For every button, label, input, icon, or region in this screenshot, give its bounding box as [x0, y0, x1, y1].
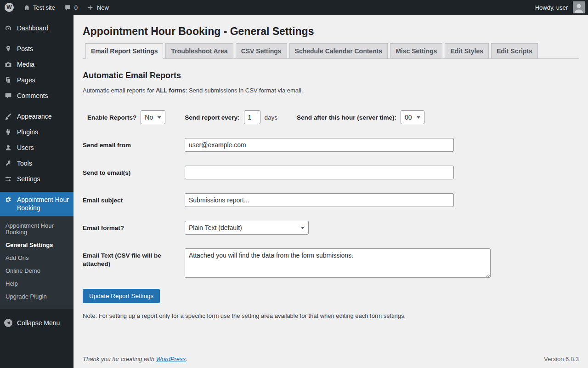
email-subject-label: Email subject [83, 193, 185, 207]
sidebar-item-label: Comments [17, 92, 48, 100]
plugins-icon [4, 128, 13, 136]
submenu-item-help[interactable]: Help [0, 277, 74, 290]
tab-troubleshoot-area[interactable]: Troubleshoot Area [165, 43, 233, 59]
update-report-settings-button[interactable]: Update Report Settings [83, 289, 160, 303]
email-text-textarea[interactable]: Attached you will find the data from the… [185, 248, 491, 278]
home-icon [23, 4, 30, 11]
posts-icon [4, 45, 13, 53]
sidebar-item-label: Plugins [17, 128, 38, 136]
report-hour-select[interactable]: 00 [401, 110, 424, 124]
new-label: New [97, 4, 109, 11]
appointment-submenu: Appointment Hour Booking General Setting… [0, 216, 74, 309]
tab-email-report-settings[interactable]: Email Report Settings [85, 43, 163, 59]
section-title: Automatic Email Reports [83, 71, 579, 80]
email-format-select[interactable]: Plain Text (default) [185, 221, 309, 235]
send-from-input[interactable] [185, 138, 454, 152]
submenu-item-online-demo[interactable]: Online Demo [0, 264, 74, 277]
sidebar-item-label: Posts [17, 45, 33, 53]
comment-count: 0 [74, 4, 78, 11]
sidebar-item-plugins[interactable]: Plugins [0, 124, 74, 140]
wordpress-logo-icon: W [5, 3, 14, 12]
enable-reports-label: Enable Reports? [87, 114, 136, 121]
send-to-label: Send to email(s) [83, 166, 185, 179]
sidebar-item-label: Pages [17, 76, 35, 84]
report-interval-input[interactable] [244, 110, 260, 124]
send-to-input[interactable] [185, 166, 454, 179]
collapse-menu-label: Collapse Menu [17, 319, 60, 327]
sidebar-item-dashboard[interactable]: Dashboard [0, 20, 74, 36]
sidebar-item-pages[interactable]: Pages [0, 72, 74, 88]
menu-separator [0, 36, 74, 41]
howdy-user-menu[interactable]: Howdy, user [534, 4, 569, 11]
admin-menu: Dashboard Posts Media Pages Comments App… [0, 15, 74, 368]
footer-version: Version 6.8.3 [544, 356, 579, 362]
tools-icon [4, 159, 13, 167]
sidebar-item-label: Dashboard [17, 24, 49, 32]
footer-thanks: Thank you for creating with WordPress. [83, 356, 187, 362]
main-content: Appointment Hour Booking - General Setti… [74, 15, 588, 368]
media-icon [4, 60, 13, 69]
send-from-label: Send email from [83, 138, 185, 152]
collapse-arrow-icon: ◀ [4, 319, 13, 327]
howdy-text: Howdy, user [535, 4, 568, 11]
new-content-menu[interactable]: New [82, 0, 113, 15]
tab-csv-settings[interactable]: CSV Settings [236, 43, 287, 59]
sidebar-item-label: Settings [17, 175, 40, 183]
sidebar-item-label: Tools [17, 159, 32, 167]
report-schedule-row: Enable Reports? No Send report every: da… [83, 110, 579, 124]
email-text-row: Email Text (CSV file will be attached) A… [83, 248, 579, 278]
comments-shortcut[interactable]: 0 [60, 0, 82, 15]
email-subject-input[interactable] [185, 193, 454, 207]
tab-edit-styles[interactable]: Edit Styles [445, 43, 489, 59]
users-icon [4, 144, 13, 152]
email-format-row: Email format? Plain Text (default) [83, 221, 579, 235]
page-title: Appointment Hour Booking - General Setti… [83, 21, 579, 40]
submenu-item-appointment-hour-booking[interactable]: Appointment Hour Booking [0, 219, 74, 239]
sidebar-item-appointment-hour-booking[interactable]: Appointment Hour Booking [0, 192, 74, 216]
send-to-row: Send to email(s) [83, 166, 579, 179]
sidebar-item-label: Appearance [17, 112, 52, 121]
report-hour-label: Send after this hour (server time): [297, 114, 396, 121]
site-name-link[interactable]: Test site [18, 0, 60, 15]
tab-schedule-calendar-contents[interactable]: Schedule Calendar Contents [289, 43, 388, 59]
comment-bubble-icon [64, 4, 72, 11]
settings-icon [4, 175, 13, 183]
submenu-item-add-ons[interactable]: Add Ons [0, 252, 74, 264]
enable-reports-select[interactable]: No [141, 110, 165, 124]
email-subject-row: Email subject [83, 193, 579, 207]
user-avatar[interactable] [573, 1, 585, 13]
appearance-icon [4, 112, 13, 121]
intro-text: Automatic email reports for ALL forms: S… [83, 87, 579, 94]
note-text: Note: For setting up a report only for a… [83, 312, 579, 319]
sidebar-item-appearance[interactable]: Appearance [0, 109, 74, 124]
sidebar-item-tools[interactable]: Tools [0, 155, 74, 171]
plus-icon [87, 4, 94, 11]
report-interval-label: Send report every: [185, 114, 239, 121]
tab-misc-settings[interactable]: Misc Settings [390, 43, 442, 59]
wordpress-logo-menu[interactable]: W [0, 0, 18, 15]
sidebar-item-users[interactable]: Users [0, 140, 74, 155]
dashboard-icon [4, 24, 13, 32]
site-name-label: Test site [33, 4, 55, 11]
days-suffix: days [265, 114, 278, 121]
submit-row: Update Report Settings [83, 289, 579, 303]
submenu-item-general-settings[interactable]: General Settings [0, 239, 74, 252]
collapse-menu-button[interactable]: ◀ Collapse Menu [0, 315, 74, 331]
email-format-label: Email format? [83, 221, 185, 235]
sidebar-item-comments[interactable]: Comments [0, 88, 74, 104]
sidebar-item-label: Media [17, 60, 34, 69]
wordpress-link[interactable]: WordPress [156, 356, 186, 362]
sidebar-item-settings[interactable]: Settings [0, 171, 74, 187]
sidebar-item-label: Users [17, 144, 34, 152]
sidebar-item-media[interactable]: Media [0, 57, 74, 72]
footer: Thank you for creating with WordPress. V… [83, 356, 579, 362]
comments-icon [4, 92, 13, 100]
tab-edit-scripts[interactable]: Edit Scripts [491, 43, 538, 59]
sidebar-item-posts[interactable]: Posts [0, 41, 74, 57]
admin-bar: W Test site 0 New Howdy, user [0, 0, 588, 15]
gear-icon [4, 196, 13, 204]
email-text-label: Email Text (CSV file will be attached) [83, 248, 185, 278]
submenu-item-upgrade-plugin[interactable]: Upgrade Plugin [0, 290, 74, 303]
send-from-row: Send email from [83, 138, 579, 152]
pages-icon [4, 76, 13, 84]
